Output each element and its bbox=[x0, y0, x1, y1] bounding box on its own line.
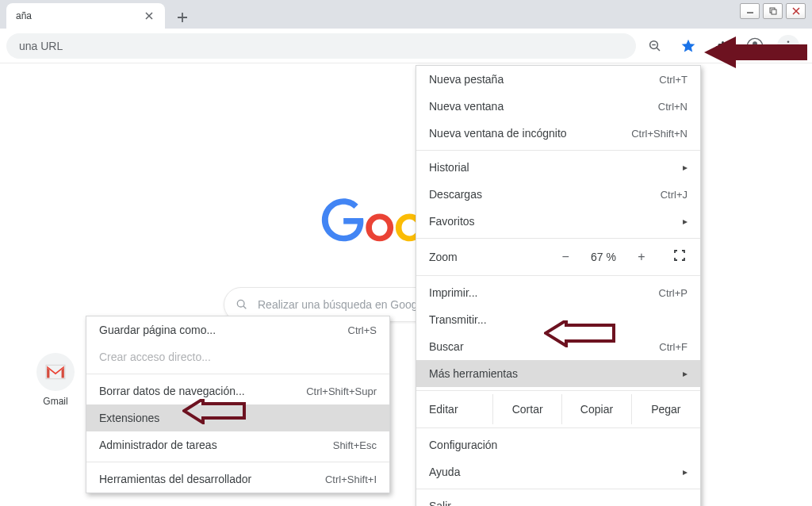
minimize-button[interactable] bbox=[740, 3, 760, 19]
address-placeholder: una URL bbox=[19, 40, 63, 52]
menu-new-window[interactable]: Nueva ventana Ctrl+N bbox=[416, 93, 700, 120]
zoom-icon[interactable] bbox=[644, 35, 666, 57]
active-tab[interactable]: aña bbox=[6, 3, 165, 29]
menu-separator bbox=[86, 462, 389, 462]
callout-arrow-extensions bbox=[182, 399, 246, 424]
menu-separator bbox=[416, 427, 700, 428]
menu-bookmarks[interactable]: Favoritos bbox=[416, 208, 700, 235]
submenu-devtools[interactable]: Herramientas del desarrollador Ctrl+Shif… bbox=[86, 466, 389, 493]
menu-edit: Editar Cortar Copiar Pegar bbox=[416, 394, 700, 424]
search-icon bbox=[236, 298, 248, 311]
menu-separator bbox=[416, 275, 700, 276]
menu-downloads[interactable]: Descargas Ctrl+J bbox=[416, 181, 700, 208]
menu-separator bbox=[416, 390, 700, 391]
menu-zoom: Zoom − 67 % + bbox=[416, 242, 700, 272]
submenu-task-manager[interactable]: Administrador de tareas Shift+Esc bbox=[86, 431, 389, 458]
menu-separator bbox=[416, 238, 700, 239]
menu-separator bbox=[86, 374, 389, 374]
menu-settings[interactable]: Configuración bbox=[416, 431, 700, 458]
gmail-icon bbox=[36, 353, 75, 391]
menu-new-tab[interactable]: Nueva pestaña Ctrl+T bbox=[416, 66, 700, 93]
tab-title: aña bbox=[16, 10, 136, 21]
submenu-save-as[interactable]: Guardar página como... Ctrl+S bbox=[86, 316, 389, 343]
ntp-shortcut-gmail[interactable]: Gmail bbox=[30, 353, 81, 407]
close-window-button[interactable] bbox=[786, 3, 806, 19]
close-tab-icon[interactable] bbox=[143, 10, 155, 22]
shortcut-label: Gmail bbox=[30, 396, 81, 407]
menu-exit[interactable]: Salir bbox=[416, 493, 700, 506]
fullscreen-icon[interactable] bbox=[667, 249, 692, 265]
callout-arrow-more-tools bbox=[544, 320, 615, 347]
zoom-value: 67 % bbox=[591, 251, 616, 263]
bookmark-star-icon[interactable] bbox=[677, 35, 699, 57]
new-tab-button[interactable] bbox=[171, 6, 193, 29]
menu-separator bbox=[416, 489, 700, 489]
menu-help[interactable]: Ayuda bbox=[416, 458, 700, 485]
window-controls bbox=[737, 3, 806, 19]
zoom-out-button[interactable]: − bbox=[553, 250, 578, 264]
edit-cut[interactable]: Cortar bbox=[492, 394, 561, 424]
menu-history[interactable]: Historial bbox=[416, 154, 700, 181]
menu-separator bbox=[416, 150, 700, 151]
callout-arrow-kebab bbox=[704, 36, 807, 76]
address-bar: una URL bbox=[0, 29, 812, 63]
menu-incognito[interactable]: Nueva ventana de incógnito Ctrl+Shift+N bbox=[416, 120, 700, 147]
edit-paste[interactable]: Pegar bbox=[631, 394, 700, 424]
svg-point-8 bbox=[237, 300, 244, 307]
tab-strip: aña bbox=[0, 0, 812, 29]
svg-rect-1 bbox=[772, 10, 776, 14]
maximize-button[interactable] bbox=[763, 3, 783, 19]
edit-copy[interactable]: Copiar bbox=[561, 394, 630, 424]
zoom-in-button[interactable]: + bbox=[629, 250, 654, 264]
submenu-create-shortcut[interactable]: Crear acceso directo... bbox=[86, 343, 389, 370]
menu-more-tools[interactable]: Más herramientas bbox=[416, 360, 700, 387]
address-input[interactable]: una URL bbox=[6, 33, 636, 59]
chrome-main-menu: Nueva pestaña Ctrl+T Nueva ventana Ctrl+… bbox=[416, 65, 701, 506]
menu-print[interactable]: Imprimir... Ctrl+P bbox=[416, 279, 700, 306]
